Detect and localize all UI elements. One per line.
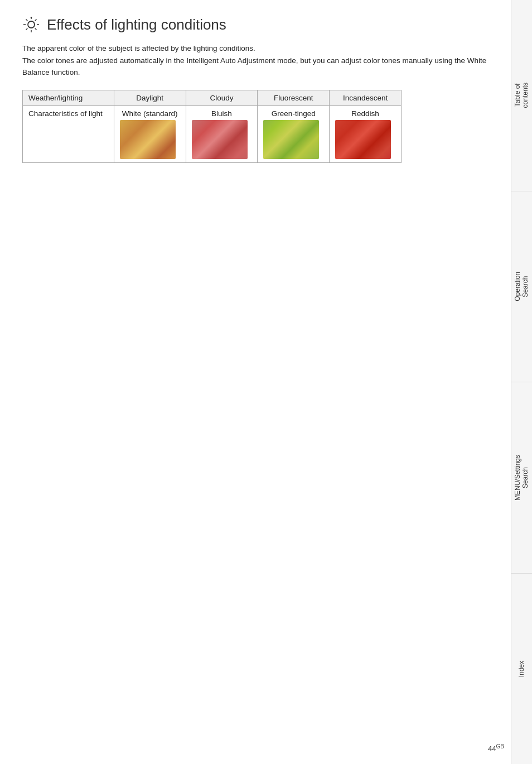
sidebar-tab-opsearch-label: OperationSearch: [514, 272, 530, 301]
cell-daylight: White (standard): [114, 105, 186, 162]
svg-line-5: [26, 20, 28, 21]
incandescent-image: [335, 120, 391, 159]
svg-line-6: [35, 28, 37, 30]
table-row: Characteristics of light White (standard…: [23, 105, 402, 162]
sidebar-tab-index-label: Index: [518, 661, 525, 677]
sidebar-tab-operation-search[interactable]: OperationSearch: [511, 191, 532, 383]
sidebar-tab-menu-settings[interactable]: MENU/SettingsSearch: [511, 382, 532, 574]
fluorescent-label: Green-tinged: [263, 109, 323, 118]
sidebar-tab-toc-label: Table ofcontents: [514, 83, 530, 108]
sun-settings-icon: [22, 16, 40, 33]
table-header-row: Weather/lighting Daylight Cloudy Fluores…: [23, 90, 402, 105]
sidebar-tab-menusettings-label: MENU/SettingsSearch: [514, 455, 530, 501]
page-description: The apparent color of the subject is aff…: [22, 42, 494, 79]
col-header-cloudy: Cloudy: [186, 90, 258, 105]
col-header-incandescent: Incandescent: [330, 90, 402, 105]
cloudy-label: Bluish: [192, 109, 252, 118]
page-title-text: Effects of lighting conditions: [47, 16, 226, 33]
svg-point-9: [31, 17, 32, 18]
cloudy-image: [192, 120, 248, 159]
svg-line-8: [26, 28, 28, 30]
cell-cloudy: Bluish: [186, 105, 258, 162]
page-suffix: GB: [496, 743, 504, 749]
description-line-2: The color tones are adjusted automatical…: [22, 56, 486, 77]
right-sidebar: Table ofcontents OperationSearch MENU/Se…: [511, 0, 532, 764]
incandescent-label: Reddish: [335, 109, 395, 118]
col-header-fluorescent: Fluorescent: [258, 90, 330, 105]
page-number: 44GB: [488, 743, 504, 753]
svg-line-7: [35, 20, 37, 21]
lighting-conditions-table: Weather/lighting Daylight Cloudy Fluores…: [22, 90, 402, 163]
daylight-label: White (standard): [120, 109, 180, 118]
sidebar-tab-index[interactable]: Index: [511, 574, 532, 765]
svg-point-0: [28, 21, 35, 28]
row-label-cell: Characteristics of light: [23, 105, 114, 162]
col-header-daylight: Daylight: [114, 90, 186, 105]
sidebar-tab-table-of-contents[interactable]: Table ofcontents: [511, 0, 532, 191]
daylight-image: [120, 120, 176, 159]
description-line-1: The apparent color of the subject is aff…: [22, 44, 255, 52]
cell-fluorescent: Green-tinged: [258, 105, 330, 162]
row-label: Characteristics of light: [28, 109, 103, 118]
col-header-weather: Weather/lighting: [23, 90, 114, 105]
fluorescent-image: [263, 120, 319, 159]
page-title: Effects of lighting conditions: [22, 16, 494, 33]
cell-incandescent: Reddish: [330, 105, 402, 162]
